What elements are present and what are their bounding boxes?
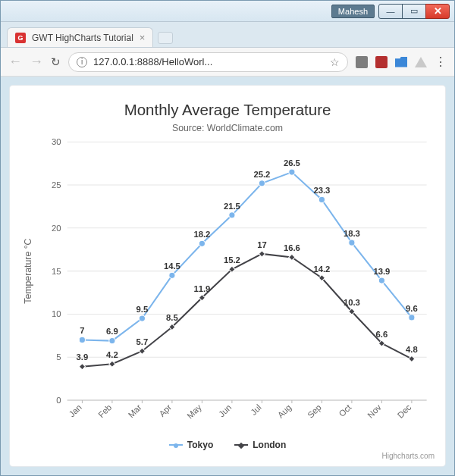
data-label: 14.2 xyxy=(313,265,330,274)
url-text: 127.0.0.1:8888/HelloWorl... xyxy=(93,56,324,67)
data-label: 14.5 xyxy=(164,261,180,271)
data-label: 9.6 xyxy=(406,304,418,313)
y-axis-label: Temperature °C xyxy=(23,238,33,303)
data-label: 8.5 xyxy=(166,313,178,322)
folder-icon[interactable] xyxy=(395,57,407,67)
data-point[interactable] xyxy=(289,169,295,175)
maximize-button[interactable]: ▭ xyxy=(402,4,426,19)
x-tick-label: Jun xyxy=(217,402,233,418)
y-tick-label: 10 xyxy=(52,310,61,319)
tab-strip: G GWT HighCharts Tutorial × xyxy=(1,22,454,48)
data-label: 17 xyxy=(257,240,267,249)
x-tick-label: Apr xyxy=(157,402,173,418)
data-point[interactable] xyxy=(318,196,325,202)
back-button[interactable]: ← xyxy=(8,54,22,70)
user-badge: Mahesh xyxy=(331,5,375,18)
x-tick-label: Jan xyxy=(67,402,83,418)
data-label: 11.9 xyxy=(193,284,210,293)
x-tick-label: Mar xyxy=(127,402,143,419)
chart-card: Monthly Average TemperatureSource: World… xyxy=(10,86,445,466)
data-label: 15.2 xyxy=(224,255,240,265)
data-label: 18.2 xyxy=(193,230,210,239)
data-label: 21.5 xyxy=(224,202,240,211)
window-controls: — ▭ ✕ xyxy=(379,4,450,19)
data-label: 16.6 xyxy=(284,243,300,252)
extension-icon-1[interactable] xyxy=(356,56,368,68)
data-label: 6.6 xyxy=(376,330,388,339)
omnibox[interactable]: i 127.0.0.1:8888/HelloWorl... ☆ xyxy=(68,52,348,72)
data-point[interactable] xyxy=(79,364,85,370)
tab-title: GWT HighCharts Tutorial xyxy=(32,33,133,43)
x-tick-label: Dec xyxy=(396,402,413,420)
tab-close-icon[interactable]: × xyxy=(140,32,146,43)
drive-icon[interactable] xyxy=(415,57,427,67)
favicon-icon: G xyxy=(15,33,26,43)
data-point[interactable] xyxy=(409,315,415,321)
new-tab-button[interactable] xyxy=(158,32,173,44)
data-point[interactable] xyxy=(229,212,235,218)
data-label: 4.8 xyxy=(406,345,418,354)
chart-subtitle: Source: WorldClimate.com xyxy=(172,123,283,133)
forward-button[interactable]: → xyxy=(30,54,43,70)
bookmark-star-icon[interactable]: ☆ xyxy=(330,56,340,68)
x-tick-label: Oct xyxy=(337,402,353,418)
browser-menu-icon[interactable]: ⋮ xyxy=(435,55,447,69)
data-point[interactable] xyxy=(109,361,115,367)
data-point[interactable] xyxy=(79,337,85,343)
legend-label: Tokyo xyxy=(187,440,213,450)
data-label: 9.5 xyxy=(136,305,149,314)
x-tick-label: Nov xyxy=(366,402,383,420)
browser-window: Mahesh — ▭ ✕ G GWT HighCharts Tutorial ×… xyxy=(0,0,455,476)
x-tick-label: Aug xyxy=(276,402,293,420)
data-point[interactable] xyxy=(169,272,175,278)
x-tick-label: Feb xyxy=(96,402,113,419)
legend-item[interactable]: London xyxy=(234,440,286,450)
chart-credits: Highcharts.com xyxy=(17,452,438,460)
data-label: 26.5 xyxy=(284,158,300,168)
y-tick-label: 0 xyxy=(56,396,61,405)
y-tick-label: 20 xyxy=(52,224,61,233)
browser-tab[interactable]: G GWT HighCharts Tutorial × xyxy=(7,27,153,47)
close-button[interactable]: ✕ xyxy=(425,4,450,19)
x-tick-label: Jul xyxy=(249,402,263,417)
line-chart: Monthly Average TemperatureSource: World… xyxy=(17,99,438,435)
x-tick-label: May xyxy=(185,402,203,421)
data-label: 6.9 xyxy=(106,327,118,336)
data-point[interactable] xyxy=(349,240,355,246)
data-point[interactable] xyxy=(139,315,145,321)
x-tick-label: Sep xyxy=(306,402,323,420)
data-label: 18.3 xyxy=(344,229,360,238)
page-content: Monthly Average TemperatureSource: World… xyxy=(1,77,454,475)
data-label: 10.3 xyxy=(344,298,360,307)
legend-swatch-icon xyxy=(234,444,248,446)
data-label: 3.9 xyxy=(77,352,89,362)
data-label: 23.3 xyxy=(313,186,330,195)
y-tick-label: 30 xyxy=(52,137,61,146)
data-point[interactable] xyxy=(259,180,265,186)
data-point[interactable] xyxy=(378,277,384,283)
reload-button[interactable]: ↻ xyxy=(51,55,61,69)
y-tick-label: 5 xyxy=(56,352,61,362)
data-label: 5.7 xyxy=(136,337,149,346)
y-tick-label: 25 xyxy=(52,180,61,189)
data-label: 7 xyxy=(80,326,84,335)
y-tick-label: 15 xyxy=(52,267,61,276)
site-info-icon[interactable]: i xyxy=(77,57,87,67)
extension-icon-2[interactable] xyxy=(375,56,388,68)
data-label: 4.2 xyxy=(106,350,118,359)
data-point[interactable] xyxy=(409,355,415,362)
window-titlebar: Mahesh — ▭ ✕ xyxy=(1,1,454,22)
series-line xyxy=(82,172,411,341)
legend-label: London xyxy=(253,440,286,450)
data-point[interactable] xyxy=(259,251,265,257)
browser-toolbar: ← → ↻ i 127.0.0.1:8888/HelloWorl... ☆ ⋮ xyxy=(1,48,454,77)
data-point[interactable] xyxy=(109,337,115,343)
chart-legend: TokyoLondon xyxy=(17,435,438,452)
chart-title: Monthly Average Temperature xyxy=(124,101,331,118)
data-label: 25.2 xyxy=(253,170,270,179)
data-label: 13.9 xyxy=(373,267,390,276)
legend-item[interactable]: Tokyo xyxy=(169,440,213,450)
legend-swatch-icon xyxy=(169,444,183,446)
data-point[interactable] xyxy=(199,240,205,246)
minimize-button[interactable]: — xyxy=(378,4,403,19)
